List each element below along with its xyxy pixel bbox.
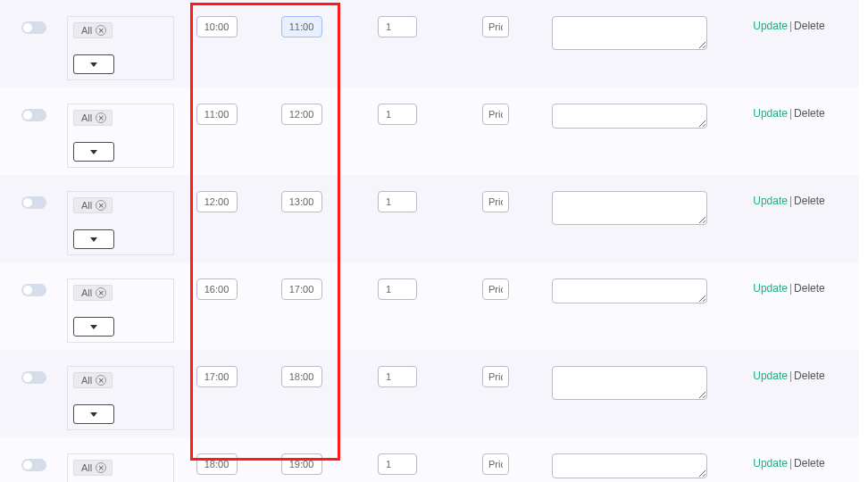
tag-chip-all[interactable]: All× bbox=[73, 197, 113, 213]
chevron-down-icon bbox=[90, 150, 97, 154]
description-textarea[interactable] bbox=[552, 191, 707, 225]
tag-selector: All× bbox=[67, 191, 174, 255]
chevron-down-icon bbox=[90, 325, 97, 329]
chevron-down-icon bbox=[90, 62, 97, 67]
description-textarea[interactable] bbox=[552, 366, 707, 400]
row-toggle[interactable] bbox=[21, 109, 46, 121]
schedule-row: All×Update|Delete bbox=[0, 350, 859, 437]
tag-dropdown[interactable] bbox=[73, 404, 114, 424]
chevron-down-icon bbox=[90, 412, 97, 417]
update-link[interactable]: Update bbox=[753, 370, 788, 382]
quantity-input[interactable] bbox=[378, 104, 417, 125]
description-textarea[interactable] bbox=[552, 453, 707, 478]
update-link[interactable]: Update bbox=[753, 20, 788, 32]
row-toggle[interactable] bbox=[21, 21, 46, 34]
close-icon[interactable]: × bbox=[96, 25, 106, 36]
schedule-row: All×Update|Delete bbox=[0, 175, 859, 262]
chevron-down-icon bbox=[90, 237, 97, 242]
description-textarea[interactable] bbox=[552, 278, 707, 303]
delete-link[interactable]: Delete bbox=[794, 457, 825, 470]
tag-chip-all[interactable]: All× bbox=[73, 372, 113, 388]
close-icon[interactable]: × bbox=[96, 375, 106, 386]
tag-chip-label: All bbox=[81, 375, 92, 386]
tag-chip-all[interactable]: All× bbox=[73, 110, 113, 126]
price-input[interactable] bbox=[482, 16, 509, 37]
update-link[interactable]: Update bbox=[753, 457, 788, 470]
close-icon[interactable]: × bbox=[96, 287, 106, 298]
update-link[interactable]: Update bbox=[753, 107, 788, 120]
delete-link[interactable]: Delete bbox=[794, 195, 825, 207]
separator: | bbox=[789, 195, 792, 207]
price-input[interactable] bbox=[482, 191, 509, 212]
delete-link[interactable]: Delete bbox=[794, 370, 825, 382]
quantity-input[interactable] bbox=[378, 278, 417, 300]
delete-link[interactable]: Delete bbox=[794, 282, 825, 295]
close-icon[interactable]: × bbox=[96, 112, 106, 123]
end-time-input[interactable] bbox=[281, 104, 322, 125]
schedule-row: All×Update|Delete bbox=[0, 0, 859, 87]
update-link[interactable]: Update bbox=[753, 282, 788, 295]
tag-chip-label: All bbox=[81, 112, 92, 123]
tag-dropdown[interactable] bbox=[73, 229, 114, 249]
tag-selector: All× bbox=[67, 453, 174, 482]
separator: | bbox=[789, 107, 792, 120]
row-toggle[interactable] bbox=[21, 371, 46, 384]
row-toggle[interactable] bbox=[21, 284, 46, 296]
row-toggle[interactable] bbox=[21, 196, 46, 209]
start-time-input[interactable] bbox=[196, 16, 238, 37]
start-time-input[interactable] bbox=[196, 278, 238, 300]
tag-chip-label: All bbox=[81, 462, 92, 473]
tag-dropdown[interactable] bbox=[73, 317, 114, 337]
schedule-table: All×Update|DeleteAll×Update|DeleteAll×Up… bbox=[0, 0, 859, 482]
end-time-input[interactable] bbox=[281, 278, 322, 300]
start-time-input[interactable] bbox=[196, 366, 238, 387]
tag-chip-all[interactable]: All× bbox=[73, 460, 113, 476]
separator: | bbox=[789, 370, 792, 382]
end-time-input[interactable] bbox=[281, 366, 322, 387]
separator: | bbox=[789, 20, 792, 32]
separator: | bbox=[789, 457, 792, 470]
price-input[interactable] bbox=[482, 453, 509, 475]
quantity-input[interactable] bbox=[378, 366, 417, 387]
close-icon[interactable]: × bbox=[96, 200, 106, 211]
update-link[interactable]: Update bbox=[753, 195, 788, 207]
tag-selector: All× bbox=[67, 366, 174, 430]
tag-selector: All× bbox=[67, 104, 174, 168]
row-toggle[interactable] bbox=[21, 459, 46, 471]
price-input[interactable] bbox=[482, 366, 509, 387]
tag-chip-all[interactable]: All× bbox=[73, 285, 113, 301]
quantity-input[interactable] bbox=[378, 191, 417, 212]
price-input[interactable] bbox=[482, 104, 509, 125]
quantity-input[interactable] bbox=[378, 453, 417, 475]
start-time-input[interactable] bbox=[196, 191, 238, 212]
tag-dropdown[interactable] bbox=[73, 142, 114, 162]
tag-selector: All× bbox=[67, 278, 174, 343]
close-icon[interactable]: × bbox=[96, 462, 106, 473]
schedule-row: All×Update|Delete bbox=[0, 87, 859, 175]
description-textarea[interactable] bbox=[552, 16, 707, 50]
end-time-input[interactable] bbox=[281, 453, 322, 475]
schedule-row: All×Update|Delete bbox=[0, 437, 859, 482]
tag-dropdown[interactable] bbox=[73, 54, 114, 74]
end-time-input[interactable] bbox=[281, 16, 322, 37]
tag-chip-label: All bbox=[81, 25, 92, 36]
start-time-input[interactable] bbox=[196, 453, 238, 475]
price-input[interactable] bbox=[482, 278, 509, 300]
description-textarea[interactable] bbox=[552, 104, 707, 129]
schedule-row: All×Update|Delete bbox=[0, 262, 859, 350]
separator: | bbox=[789, 282, 792, 295]
end-time-input[interactable] bbox=[281, 191, 322, 212]
quantity-input[interactable] bbox=[378, 16, 417, 37]
tag-chip-all[interactable]: All× bbox=[73, 22, 113, 38]
start-time-input[interactable] bbox=[196, 104, 238, 125]
tag-chip-label: All bbox=[81, 200, 92, 211]
tag-selector: All× bbox=[67, 16, 174, 80]
delete-link[interactable]: Delete bbox=[794, 107, 825, 120]
tag-chip-label: All bbox=[81, 287, 92, 298]
delete-link[interactable]: Delete bbox=[794, 20, 825, 32]
